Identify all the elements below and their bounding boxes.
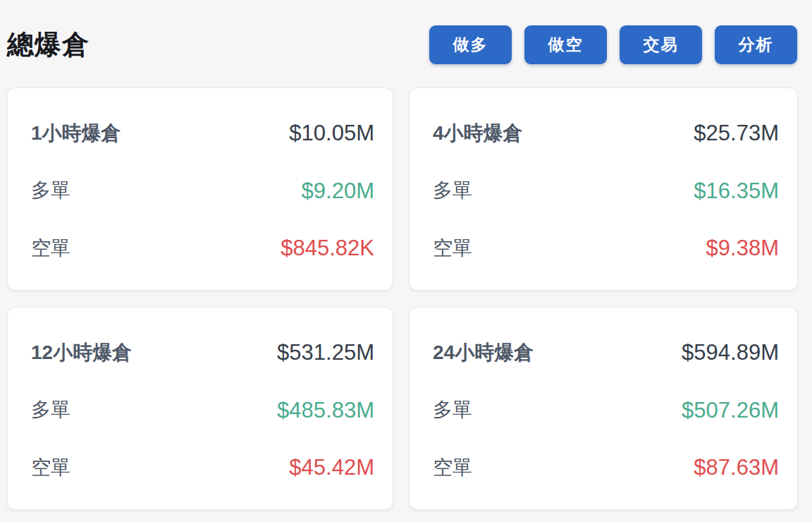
short-liquidation-value: $9.38M <box>706 237 779 259</box>
card-header-row: 24小時爆倉 $594.89M <box>433 341 779 363</box>
total-liquidation-value: $25.73M <box>694 122 779 144</box>
card-title: 4小時爆倉 <box>433 123 523 143</box>
card-header-row: 1小時爆倉 $10.05M <box>31 122 374 144</box>
short-row: 空單 $45.42M <box>31 456 374 478</box>
long-liquidation-value: $507.26M <box>682 399 779 421</box>
long-button[interactable]: 做多 <box>429 25 512 64</box>
short-liquidation-value: $845.82K <box>281 237 374 259</box>
total-liquidation-value: $10.05M <box>289 122 374 144</box>
long-row: 多單 $507.26M <box>433 399 779 421</box>
liquidation-card-grid: 1小時爆倉 $10.05M 多單 $9.20M 空單 $845.82K 4小時爆… <box>0 86 812 510</box>
long-label: 多單 <box>31 181 70 200</box>
short-row: 空單 $845.82K <box>31 237 374 259</box>
short-row: 空單 $9.38M <box>433 237 779 259</box>
card-title: 24小時爆倉 <box>433 343 534 363</box>
long-liquidation-value: $16.35M <box>694 180 779 202</box>
short-label: 空單 <box>31 238 70 258</box>
short-row: 空單 $87.63M <box>433 456 779 478</box>
trade-button[interactable]: 交易 <box>620 25 702 64</box>
card-title: 1小時爆倉 <box>31 123 121 143</box>
long-label: 多單 <box>433 400 472 420</box>
short-liquidation-value: $87.63M <box>694 456 779 478</box>
liquidation-card-1h: 1小時爆倉 $10.05M 多單 $9.20M 空單 $845.82K <box>7 87 393 291</box>
short-button[interactable]: 做空 <box>524 25 607 64</box>
long-row: 多單 $9.20M <box>31 180 374 202</box>
card-title: 12小時爆倉 <box>31 343 132 363</box>
liquidation-card-12h: 12小時爆倉 $531.25M 多單 $485.83M 空單 $45.42M <box>7 307 393 510</box>
short-label: 空單 <box>433 238 472 258</box>
analysis-button[interactable]: 分析 <box>715 25 797 64</box>
total-liquidation-value: $531.25M <box>277 341 374 363</box>
short-label: 空單 <box>31 458 70 478</box>
long-row: 多單 $16.35M <box>433 180 779 202</box>
long-row: 多單 $485.83M <box>31 399 374 421</box>
long-label: 多單 <box>433 181 472 200</box>
short-liquidation-value: $45.42M <box>289 456 374 478</box>
liquidation-dashboard: 總爆倉 做多 做空 交易 分析 1小時爆倉 $10.05M 多單 $9.20M … <box>0 0 812 522</box>
total-liquidation-value: $594.89M <box>682 341 779 363</box>
liquidation-card-4h: 4小時爆倉 $25.73M 多單 $16.35M 空單 $9.38M <box>409 87 798 291</box>
dashboard-header: 總爆倉 做多 做空 交易 分析 <box>0 0 812 86</box>
liquidation-card-24h: 24小時爆倉 $594.89M 多單 $507.26M 空單 $87.63M <box>409 307 798 510</box>
card-header-row: 12小時爆倉 $531.25M <box>31 341 374 363</box>
long-label: 多單 <box>31 400 70 420</box>
action-button-group: 做多 做空 交易 分析 <box>429 25 797 64</box>
long-liquidation-value: $485.83M <box>277 399 374 421</box>
card-header-row: 4小時爆倉 $25.73M <box>433 122 779 144</box>
short-label: 空單 <box>433 458 472 478</box>
page-title: 總爆倉 <box>7 27 90 63</box>
long-liquidation-value: $9.20M <box>302 180 374 202</box>
